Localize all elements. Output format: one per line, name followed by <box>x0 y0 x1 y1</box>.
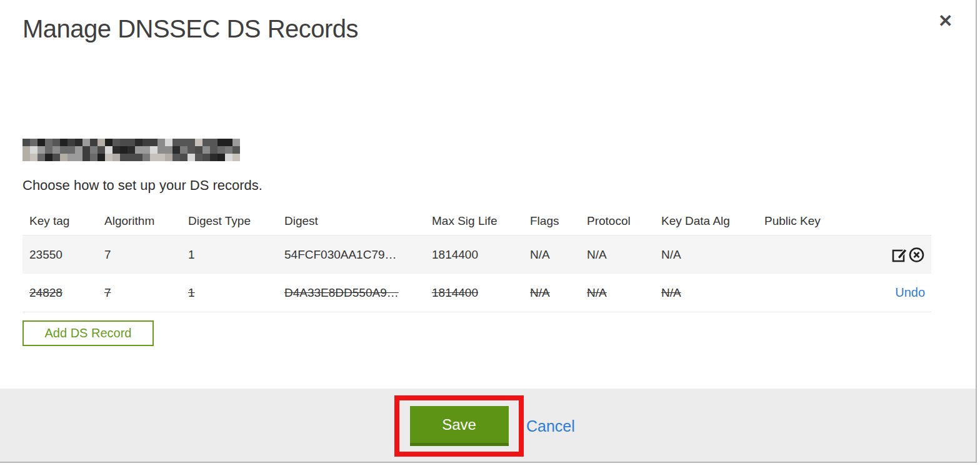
col-header-algorithm: Algorithm <box>98 207 181 235</box>
window-bottom-border <box>0 462 977 463</box>
cell-digest-type: 1 <box>188 248 195 261</box>
undo-link[interactable]: Undo <box>895 285 925 299</box>
window-right-border <box>976 0 977 463</box>
col-header-key-tag: Key tag <box>22 207 98 235</box>
col-header-digest-type: Digest Type <box>181 207 278 235</box>
save-button[interactable]: Save <box>410 406 509 446</box>
redacted-domain-name <box>22 139 240 161</box>
cell-max-sig-life: 1814400 <box>432 248 478 261</box>
cell-flags: N/A <box>530 286 550 299</box>
delete-icon[interactable] <box>908 246 925 263</box>
add-ds-record-button[interactable]: Add DS Record <box>22 320 154 346</box>
col-header-key-data-alg: Key Data Alg <box>654 207 758 235</box>
cell-flags: N/A <box>530 248 550 261</box>
manage-dnssec-dialog: Manage DNSSEC DS Records ✕ Choose how to… <box>0 0 980 466</box>
cell-digest: D4A33E8DD550A9… <box>284 286 399 299</box>
col-header-actions <box>862 207 931 235</box>
footer-bar: Save Cancel <box>0 389 976 462</box>
col-header-max-sig-life: Max Sig Life <box>425 207 523 235</box>
cell-key-data-alg: N/A <box>661 248 681 261</box>
close-icon[interactable]: ✕ <box>938 12 952 30</box>
col-header-digest: Digest <box>278 207 425 235</box>
col-header-flags: Flags <box>523 207 580 235</box>
ds-records-table: Key tag Algorithm Digest Type Digest Max… <box>22 207 931 312</box>
edit-icon[interactable] <box>891 246 908 263</box>
cell-digest: 54FCF030AA1C79… <box>284 248 397 261</box>
cancel-link[interactable]: Cancel <box>526 417 575 435</box>
col-header-public-key: Public Key <box>758 207 862 235</box>
cell-digest-type: 1 <box>188 286 195 299</box>
cell-algorithm: 7 <box>104 248 111 261</box>
annotation-highlight-box: Save <box>394 395 524 457</box>
table-row-deleted: 24828 7 1 D4A33E8DD550A9… 1814400 N/A N/… <box>22 274 931 312</box>
cell-protocol: N/A <box>587 248 607 261</box>
cell-max-sig-life: 1814400 <box>432 286 478 299</box>
cell-key-tag: 23550 <box>29 248 62 261</box>
cell-protocol: N/A <box>587 286 607 299</box>
col-header-protocol: Protocol <box>580 207 654 235</box>
table-row: 23550 7 1 54FCF030AA1C79… 1814400 N/A N/… <box>22 235 931 274</box>
table-header-row: Key tag Algorithm Digest Type Digest Max… <box>22 207 931 235</box>
cell-algorithm: 7 <box>104 286 111 299</box>
page-title: Manage DNSSEC DS Records <box>22 15 358 43</box>
cell-key-tag: 24828 <box>29 286 62 299</box>
subtitle-text: Choose how to set up your DS records. <box>22 177 262 194</box>
cell-key-data-alg: N/A <box>661 286 681 299</box>
